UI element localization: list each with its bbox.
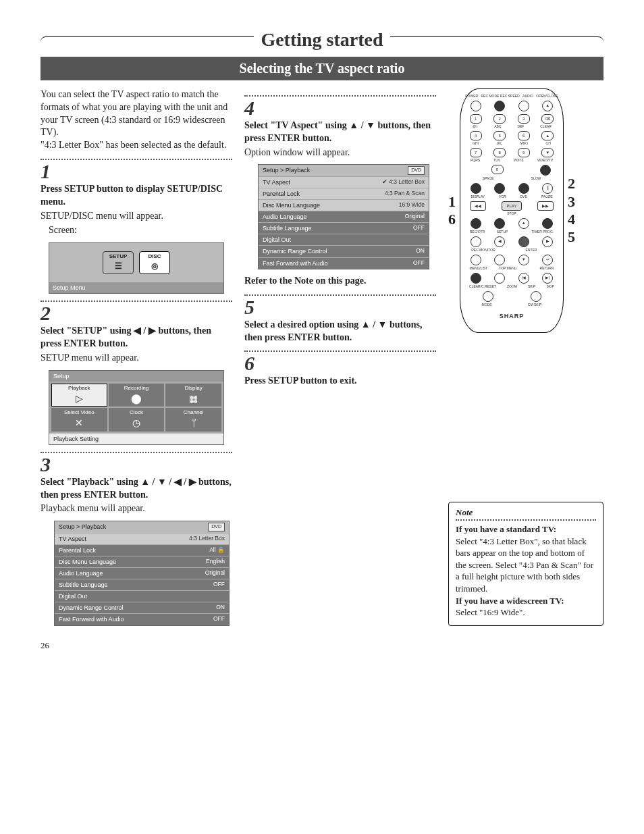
menu-row-ffwd: Fast Forward with AudioOFF (55, 613, 229, 625)
clear-reset-btn (471, 273, 481, 284)
menu-cell-recording: Recording⬤ (109, 384, 165, 407)
dvd-btn (518, 183, 529, 194)
dvd-badge: DVD (408, 166, 425, 174)
skip-fwd-btn: ▶| (542, 273, 553, 284)
video-icon: ✕ (75, 417, 83, 430)
menu-row-dynrange: Dynamic Range ControlON (259, 245, 429, 257)
setup-sliders-icon: ☰ (115, 261, 122, 271)
ch-up-btn: ▲ (541, 131, 554, 140)
open-close-button: ▲ (542, 101, 553, 111)
screenshot-title: Setup > Playback (59, 523, 106, 531)
right-btn: ▶ (542, 236, 553, 247)
repeat-btn (483, 291, 493, 302)
step-2-text: SETUP menu will appear. (41, 352, 232, 365)
remote-brand: SHARP (464, 312, 559, 320)
screenshot-setup-disc: SETUP ☰ DISC ◎ Setup Menu (49, 242, 224, 294)
note-box: Note If you have a standard TV: Select "… (448, 502, 603, 626)
menu-row-digitalout: Digital Out (259, 234, 429, 245)
menu-cell-select-video: Select Video✕ (51, 408, 107, 431)
menulist-btn (471, 255, 481, 265)
intro-paragraph-1: You can select the TV aspect ratio to ma… (41, 88, 232, 140)
step-divider (244, 294, 436, 296)
return-btn: ↩ (542, 255, 553, 265)
disc-icon: ◎ (151, 261, 158, 271)
keypad-3: 3 (518, 114, 530, 124)
menu-cell-playback: Playback▷ (51, 384, 107, 407)
menu-row-option-wide: Disc Menu Language16:9 Wide (259, 199, 429, 211)
left-btn: ◀ (494, 236, 505, 247)
column-left: You can select the TV aspect ratio to ma… (41, 88, 232, 626)
topmenu-btn (494, 255, 505, 265)
keypad-4: 4 (470, 131, 482, 140)
intro-paragraph-2: "4:3 Letter Box" has been selected as th… (41, 139, 232, 152)
menu-cell-display: Display▦ (165, 384, 221, 407)
keypad-2: 2 (493, 114, 506, 124)
menu-row-tvaspect: TV Aspect4:3 Letter Box (55, 533, 229, 544)
step-divider (41, 301, 232, 302)
step-4-after: Refer to the Note on this page. (244, 275, 436, 288)
screenshot-setup-menu: Setup Playback▷ Recording⬤ Display▦ Sele… (49, 370, 224, 445)
step-1-screen-label: Screen: (49, 224, 232, 237)
pause-btn: ‖ (542, 183, 553, 194)
remote-control: POWERREC MODE REC SPEEDAUDIOOPEN/CLOSE ▲… (460, 88, 564, 333)
play-btn: PLAY (502, 201, 522, 211)
dvd-badge: DVD (208, 523, 225, 531)
step-6-heading: Press SETUP button to exit. (244, 375, 436, 388)
section-title-bar: Selecting the TV aspect ratio (41, 57, 603, 80)
menu-row-option-pan: Parental Lock4:3 Pan & Scan (259, 188, 429, 199)
screenshot-playback-menu: Setup > Playback DVD TV Aspect4:3 Letter… (54, 521, 230, 625)
note-divider (456, 519, 596, 521)
screenshot-tvaspect-menu: Setup > Playback DVD TV Aspect✔ 4:3 Lett… (258, 164, 429, 269)
recmode-button (494, 101, 505, 111)
keypad-9: 9 (518, 148, 530, 157)
display-icon: ▦ (189, 392, 198, 406)
keypad-8: 8 (493, 148, 506, 157)
screenshot-caption: Setup Menu (49, 282, 223, 293)
callout-1: 1 (448, 194, 456, 210)
menu-row-subtitle: Subtitle LanguageOFF (55, 579, 229, 590)
osd-disc-button: DISC ◎ (139, 251, 170, 274)
menu-row-ffwd: Fast Forward with AudioOFF (259, 257, 429, 269)
step-5-heading: Select a desired option using ▲ / ▼ butt… (244, 319, 436, 344)
keypad-7: 7 (470, 148, 482, 157)
callout-4: 4 (568, 211, 575, 228)
screenshot-title: Setup > Playback (263, 166, 310, 174)
skip-back-btn: |◀ (518, 273, 529, 284)
keypad-6: 6 (518, 131, 530, 140)
osd-setup-button: SETUP ☰ (103, 251, 134, 274)
rec-btn (471, 218, 481, 229)
step-divider (41, 159, 232, 160)
step-1-heading: Press SETUP button to display SETUP/DISC… (41, 183, 232, 209)
fwd-btn: ▶▶ (537, 201, 554, 211)
step-divider (244, 95, 436, 97)
clear-btn: ⌫ (541, 114, 554, 124)
screenshot-footer: Playback Setting (49, 434, 223, 444)
display-btn (471, 183, 481, 194)
menu-row-dynrange: Dynamic Range ControlON (55, 602, 229, 613)
step-6-number: 6 (244, 353, 436, 373)
menu-row-digitalout: Digital Out (55, 590, 229, 602)
rew-btn: ◀◀ (470, 201, 486, 211)
note-title: Note (456, 506, 596, 519)
callout-5: 5 (568, 229, 575, 245)
menu-row-parental: Parental LockAll 🔒 (55, 544, 229, 556)
step-2-number: 2 (41, 303, 232, 323)
menu-row-tvaspect: TV Aspect✔ 4:3 Letter Box (259, 176, 429, 188)
menu-cell-clock: Clock◷ (109, 408, 165, 431)
remote-illustration: 1 6 POWERREC MODE REC SPEEDAUDIOOPEN/CLO… (448, 88, 603, 333)
antenna-icon: ᛘ (191, 417, 196, 430)
step-5-number: 5 (244, 297, 436, 317)
menu-row-discmenu: Disc Menu LanguageEnglish (55, 556, 229, 567)
step-3-heading: Select "Playback" using ▲ / ▼ / ◀ / ▶ bu… (41, 476, 232, 502)
keypad-5: 5 (493, 131, 506, 140)
setup-btn (494, 218, 505, 229)
step-2-heading: Select "SETUP" using ◀ / ▶ buttons, then… (41, 325, 232, 350)
step-4-number: 4 (244, 98, 436, 118)
audio-button (518, 101, 529, 111)
menu-row-audio: Audio LanguageOriginal (259, 211, 429, 222)
step-4-heading: Select "TV Aspect" using ▲ / ▼ buttons, … (244, 120, 436, 145)
enter-btn (518, 236, 529, 247)
playback-triangle-icon: ▷ (76, 392, 83, 406)
keypad-1: 1 (470, 114, 482, 124)
column-right: 1 6 POWERREC MODE REC SPEEDAUDIOOPEN/CLO… (448, 88, 603, 626)
